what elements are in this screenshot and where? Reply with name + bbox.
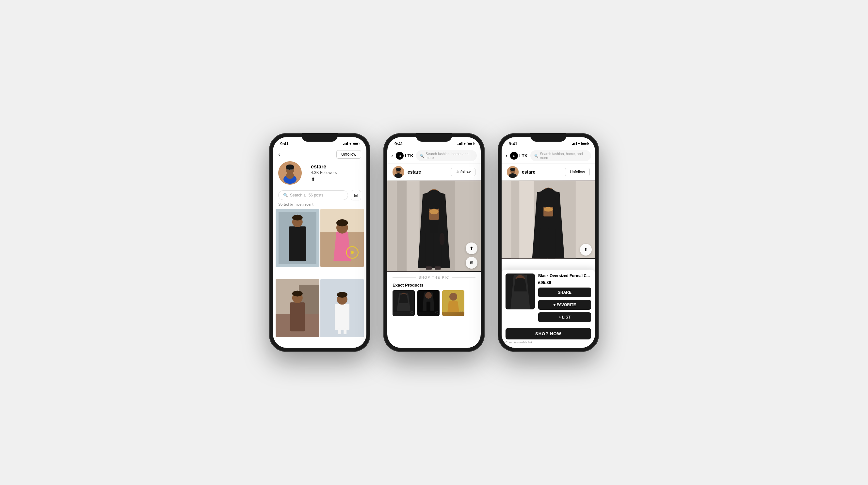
svg-rect-9 <box>289 226 306 261</box>
share-action-btn-2[interactable]: ⬆ <box>466 243 477 254</box>
phone-1: 9:41 ▾ ‹ Unfollow <box>269 133 370 352</box>
share-panel-btn-3[interactable]: SHARE <box>538 288 591 297</box>
svg-point-44 <box>439 233 445 246</box>
creator-unfollow-3[interactable]: Unfollow <box>565 168 590 176</box>
posts-grid-1 <box>273 209 366 348</box>
product-heart-2-2[interactable]: ♡ <box>435 311 439 315</box>
screen-3: 9:41 ▾ ‹ ⊙ LTK 🔍 <box>502 137 595 348</box>
product-panel-header-3: Black Oversized Formal C... £95.89 SHARE… <box>505 273 591 323</box>
product-heart-3-2[interactable]: ♡ <box>460 311 463 315</box>
time-1: 9:41 <box>280 141 289 146</box>
profile-followers-1: 4.3K Followers <box>311 170 337 175</box>
time-3: 9:41 <box>509 141 517 146</box>
share-action-btn-3[interactable]: ⬆ <box>580 244 592 256</box>
back-button-2[interactable]: ‹ <box>391 153 393 159</box>
creator-name-3: estare <box>522 169 562 174</box>
product-heart-1-2[interactable]: ♡ <box>410 311 414 315</box>
svg-point-51 <box>450 293 457 300</box>
share-action-btn-3-wrap: ⬆ <box>580 244 592 256</box>
profile-info-1: estare 4.3K Followers ⬆ <box>311 164 337 183</box>
svg-rect-29 <box>344 328 346 334</box>
post-action-btns-2: ⬆ ⊞ <box>466 243 477 269</box>
creator-unfollow-2[interactable]: Unfollow <box>451 168 475 176</box>
status-icons-3: ▾ <box>572 142 588 146</box>
bookmark-action-btn-2[interactable]: ⊞ <box>466 257 477 269</box>
svg-point-54 <box>510 168 515 171</box>
notch-2 <box>416 133 452 142</box>
svg-rect-58 <box>519 181 534 258</box>
wifi-icon-3: ▾ <box>578 142 580 146</box>
product-panel-info-3: Black Oversized Formal C... £95.89 SHARE… <box>538 273 591 323</box>
notch-1 <box>302 133 338 142</box>
profile-section-1: estare 4.3K Followers ⬆ <box>273 161 366 189</box>
post-thumb-1[interactable] <box>276 209 319 267</box>
ltk-logo-3: ⊙ LTK <box>510 152 528 160</box>
svg-rect-36 <box>407 181 419 271</box>
svg-rect-43 <box>435 266 441 269</box>
profile-name-1: estare <box>311 164 337 170</box>
shop-now-btn-3[interactable]: SHOP NOW <box>505 328 591 340</box>
post-thumb-4[interactable] <box>320 279 364 337</box>
ltk-search-placeholder-2: Search fashion, home, and more <box>426 152 473 160</box>
svg-point-38 <box>429 209 439 215</box>
svg-rect-25 <box>335 303 349 330</box>
unfollow-button-1[interactable]: Unfollow <box>336 150 361 159</box>
wifi-icon-2: ▾ <box>464 142 466 146</box>
status-icons-1: ▾ <box>343 142 359 146</box>
svg-rect-42 <box>426 266 432 269</box>
search-icon-2: 🔍 <box>420 154 424 158</box>
ltk-search-placeholder-3: Search fashion, home, and more <box>540 152 587 160</box>
phone-2: 9:41 ▾ ‹ ⊙ LTK 🔍 <box>383 133 485 352</box>
main-post-image-3: ⬆ <box>502 181 595 259</box>
sorted-label-1: Sorted by most recent <box>273 202 366 209</box>
creator-avatar-2 <box>393 166 404 178</box>
products-row-2: ♡ ♡ ♡ <box>393 290 475 316</box>
phone-3: 9:41 ▾ ‹ ⊙ LTK 🔍 <box>498 133 599 352</box>
post-thumb-2[interactable] <box>320 209 364 267</box>
creator-name-2: estare <box>407 169 447 174</box>
notch-3 <box>530 133 566 142</box>
wifi-icon-1: ▾ <box>349 142 351 146</box>
product-thumb-2-1[interactable]: ♡ <box>393 290 415 316</box>
creator-bar-2: estare Unfollow <box>387 163 481 181</box>
ltk-search-2[interactable]: 🔍 Search fashion, home, and more <box>416 150 477 161</box>
time-2: 9:41 <box>395 141 403 146</box>
battery-icon-2 <box>467 142 473 145</box>
ltk-search-3[interactable]: 🔍 Search fashion, home, and more <box>530 150 591 161</box>
back-unfollow-bar-1: ‹ Unfollow <box>273 149 366 161</box>
product-thumb-2-3[interactable]: ♡ <box>442 290 464 316</box>
svg-rect-5 <box>287 169 289 170</box>
ltk-circle-icon-2: ⊙ <box>396 152 404 160</box>
svg-rect-49 <box>427 301 430 311</box>
post-thumb-3[interactable] <box>276 279 319 337</box>
ltk-circle-icon-3: ⊙ <box>510 152 518 160</box>
svg-rect-28 <box>338 328 341 334</box>
svg-point-15 <box>336 219 348 226</box>
svg-point-60 <box>544 207 553 212</box>
back-button-1[interactable]: ‹ <box>278 151 280 158</box>
signal-icon-2 <box>458 142 462 145</box>
list-panel-btn-3[interactable]: + LIST <box>538 312 591 322</box>
svg-rect-21 <box>290 302 305 331</box>
favorite-panel-btn-3[interactable]: ♥ FAVORITE <box>538 300 591 310</box>
filter-button-1[interactable]: ⊟ <box>351 190 361 200</box>
shop-label-2: SHOP THE PIC <box>393 276 475 280</box>
battery-icon-1 <box>353 142 359 145</box>
product-panel-3: Black Oversized Formal C... £95.89 SHARE… <box>502 269 595 348</box>
product-thumb-2-2[interactable]: ♡ <box>417 290 439 316</box>
creator-bar-3: estare Unfollow <box>502 163 595 181</box>
product-panel-name-3: Black Oversized Formal C... <box>538 273 591 279</box>
search-bar-row-1: 🔍 Search all 56 posts ⊟ <box>273 189 366 202</box>
search-input-wrap-1[interactable]: 🔍 Search all 56 posts <box>278 190 348 200</box>
back-button-3[interactable]: ‹ <box>505 153 507 159</box>
ltk-text-3: LTK <box>519 153 528 158</box>
product-panel-image-3 <box>505 273 535 310</box>
svg-point-27 <box>337 292 347 298</box>
svg-rect-6 <box>290 169 293 170</box>
commission-text-3: Commissionable link. <box>505 341 591 344</box>
ltk-text-2: LTK <box>405 153 413 158</box>
ltk-logo-2: ⊙ LTK <box>396 152 413 160</box>
share-icon-1[interactable]: ⬆ <box>311 176 337 183</box>
svg-point-11 <box>292 215 303 221</box>
status-icons-2: ▾ <box>458 142 473 146</box>
